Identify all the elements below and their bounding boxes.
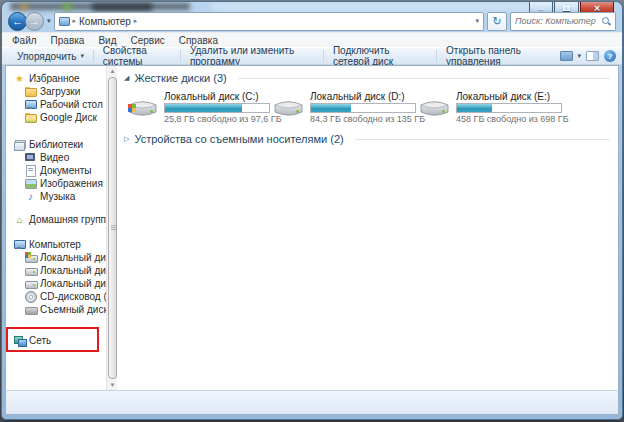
sidebar-item-google-drive[interactable]: Google Диск <box>6 111 106 124</box>
sidebar-item-documents[interactable]: Документы <box>6 164 106 177</box>
drive-name: Локальный диск (E:) <box>456 91 569 102</box>
star-icon: ★ <box>14 73 25 84</box>
sidebar-item-homegroup[interactable]: ⌂ Домашняя группа <box>6 213 106 226</box>
maximize-icon <box>563 6 570 11</box>
windows-flag-icon <box>128 104 136 112</box>
computer-icon <box>14 239 25 250</box>
drive-tile-d[interactable]: Локальный диск (D:) 84,3 ГБ свободно из … <box>272 91 418 124</box>
open-control-panel-label: Открыть панель управления <box>446 45 550 67</box>
sidebar-item-libraries[interactable]: Библиотеки <box>6 138 106 151</box>
sidebar-item-drive-e[interactable]: Локальный диск (E:) <box>6 277 106 290</box>
organize-button[interactable]: Упорядочить ▾ <box>8 48 93 64</box>
system-properties-label: Свойства системы <box>103 45 171 67</box>
navigation-pane: ★ Избранное Загрузки Рабочий стол Google… <box>6 66 106 390</box>
content-area: ★ Избранное Загрузки Рабочий стол Google… <box>5 65 619 390</box>
free-space-label: 25,8 ГБ свободно из 97,6 ГБ <box>164 114 282 124</box>
organize-label: Упорядочить <box>17 51 77 62</box>
capacity-bar-fill <box>165 104 242 112</box>
breadcrumb-separator-icon[interactable]: ▸ <box>134 17 138 25</box>
background-blur <box>20 4 28 10</box>
drive-info: Локальный диск (E:) 458 ГБ свободно из 6… <box>456 91 569 124</box>
search-input[interactable] <box>515 16 602 26</box>
sidebar-item-computer[interactable]: Компьютер <box>6 238 106 251</box>
folder-icon <box>25 86 36 97</box>
sidebar-item-cd-drive-f[interactable]: CD-дисковод (F:) <box>6 290 106 303</box>
sidebar-item-drive-c[interactable]: Локальный диск (C:) <box>6 251 106 264</box>
refresh-icon: ↻ <box>492 15 501 28</box>
open-control-panel-button[interactable]: Открыть панель управления <box>437 48 559 64</box>
explorer-window: – ✕ ← → ▾ ▸ Компьютер ▸ ▾ ↻ Файл Правка <box>2 2 622 419</box>
group-header-removable-devices[interactable]: ▷ Устройства со съемными носителями (2) <box>124 132 610 146</box>
navigation-bar: ← → ▾ ▸ Компьютер ▸ ▾ ↻ <box>8 11 616 31</box>
computer-icon <box>59 17 70 26</box>
sidebar-item-label: Локальный диск (C:) <box>40 252 106 263</box>
capacity-bar <box>310 103 416 113</box>
drive-tile-c[interactable]: Локальный диск (C:) 25,8 ГБ свободно из … <box>126 91 272 124</box>
change-view-icon[interactable] <box>560 51 573 61</box>
removable-disk-icon <box>25 304 36 315</box>
help-icon[interactable]: ? <box>604 50 616 62</box>
recent-pages-dropdown[interactable]: ▾ <box>47 17 51 25</box>
expander-open-icon[interactable]: ◢ <box>124 74 129 82</box>
sidebar-item-favorites[interactable]: ★ Избранное <box>6 72 106 85</box>
sidebar-item-label: Сеть <box>29 335 51 346</box>
sidebar-item-music[interactable]: ♪ Музыка <box>6 190 106 203</box>
sidebar-item-label: Локальный диск (E:) <box>40 278 106 289</box>
refresh-button[interactable]: ↻ <box>487 12 507 31</box>
sidebar-item-network[interactable]: Сеть <box>6 334 106 347</box>
sidebar-item-label: Избранное <box>29 73 80 84</box>
libraries-icon <box>14 139 25 150</box>
drive-tiles: Локальный диск (C:) 25,8 ГБ свободно из … <box>126 91 610 124</box>
drive-tile-e[interactable]: Локальный диск (E:) 458 ГБ свободно из 6… <box>418 91 564 124</box>
group-header-hard-disks[interactable]: ◢ Жесткие диски (3) <box>124 71 610 85</box>
capacity-bar-fill <box>311 104 351 112</box>
sidebar-item-label: Библиотеки <box>29 139 83 150</box>
cd-drive-icon <box>25 291 36 302</box>
sidebar-item-label: CD-дисковод (F:) <box>40 291 106 302</box>
sidebar-item-pictures[interactable]: Изображения <box>6 177 106 190</box>
forward-button[interactable]: → <box>25 12 44 31</box>
sidebar-item-videos[interactable]: Видео <box>6 151 106 164</box>
system-properties-button[interactable]: Свойства системы <box>94 48 180 64</box>
sidebar-item-removable-g[interactable]: Съемный диск (G:) <box>6 303 106 316</box>
scrollbar-thumb[interactable] <box>108 77 117 379</box>
search-icon <box>602 17 611 26</box>
drive-name: Локальный диск (C:) <box>164 91 282 102</box>
menu-file[interactable]: Файл <box>12 35 37 46</box>
preview-pane-icon[interactable] <box>586 51 599 61</box>
windows-flag-icon <box>25 252 31 258</box>
desktop: { "icons": { "back_arrow": "←", "forward… <box>0 0 624 422</box>
chevron-down-icon[interactable]: ▾ <box>578 52 582 60</box>
sidebar-item-label: Локальный диск (D:) <box>40 265 106 276</box>
address-bar[interactable]: ▸ Компьютер ▸ ▾ <box>54 12 484 31</box>
uninstall-program-button[interactable]: Удалить или изменить программу <box>181 48 323 64</box>
file-list-pane: ◢ Жесткие диски (3) Локальный <box>117 66 618 390</box>
address-dropdown-icon[interactable]: ▾ <box>475 17 479 25</box>
sidebar-scrollbar[interactable]: ▲ ▼ <box>106 66 117 390</box>
free-space-label: 458 ГБ свободно из 698 ГБ <box>456 114 569 124</box>
toolbar-right-group: ▾ ? <box>560 50 617 62</box>
menu-view[interactable]: Вид <box>98 35 116 46</box>
breadcrumb[interactable]: Компьютер <box>79 16 131 27</box>
menu-tools[interactable]: Сервис <box>130 35 164 46</box>
search-box[interactable] <box>510 12 616 31</box>
uninstall-program-label: Удалить или изменить программу <box>190 45 314 67</box>
group-title: Устройства со съемными носителями (2) <box>134 133 343 145</box>
scrollbar-grip-icon <box>111 225 116 230</box>
sidebar-item-label: Музыка <box>40 191 75 202</box>
expander-closed-icon[interactable]: ▷ <box>124 135 129 143</box>
hard-drive-icon <box>418 95 451 121</box>
sidebar-item-drive-d[interactable]: Локальный диск (D:) <box>6 264 106 277</box>
music-note-icon: ♪ <box>25 191 36 202</box>
homegroup-icon: ⌂ <box>14 214 25 225</box>
menu-help[interactable]: Справка <box>179 35 218 46</box>
scroll-up-icon[interactable]: ▲ <box>107 66 118 76</box>
command-bar: Упорядочить ▾ Свойства системы Удалить и… <box>2 47 622 65</box>
hard-drive-icon <box>126 95 159 121</box>
map-network-drive-button[interactable]: Подключить сетевой диск <box>324 48 436 64</box>
scroll-down-icon[interactable]: ▼ <box>107 380 118 390</box>
sidebar-item-desktop[interactable]: Рабочий стол <box>6 98 106 111</box>
sidebar-item-downloads[interactable]: Загрузки <box>6 85 106 98</box>
desktop-icon <box>25 99 36 110</box>
menu-edit[interactable]: Правка <box>51 35 85 46</box>
